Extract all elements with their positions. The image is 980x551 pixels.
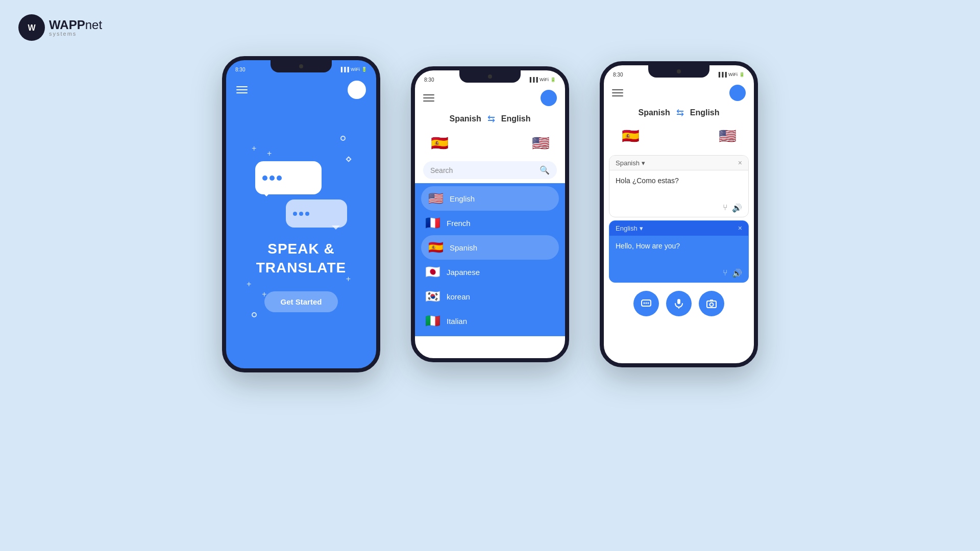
svg-point-5	[648, 303, 649, 304]
lang-item-spanish[interactable]: 🇪🇸 Spanish	[421, 235, 559, 260]
swap-arrows-icon-3[interactable]: ⇆	[676, 107, 684, 118]
phone-2: 8:30 ▐▐▐ WiFi 🔋 Spanish ⇆ English 🇪🇸 🇺🇸	[411, 66, 569, 362]
time-3: 8:30	[613, 72, 623, 78]
wifi-icon: WiFi	[351, 67, 360, 72]
phone1-content: + + + + + SPEAK	[226, 103, 376, 370]
lang-label-korean: korean	[447, 292, 470, 301]
deco-plus-3: +	[262, 290, 266, 299]
search-icon-2: 🔍	[540, 165, 550, 175]
camera-button[interactable]	[699, 291, 724, 316]
flag-french: 🇫🇷	[425, 216, 440, 230]
status-icons-2: ▐▐▐ WiFi 🔋	[528, 77, 556, 82]
menu-button-2[interactable]	[423, 94, 434, 102]
profile-button-1[interactable]	[348, 81, 366, 99]
translation-header-3: Spanish ⇆ English	[604, 104, 754, 121]
menu-button-1[interactable]	[236, 86, 248, 93]
speaker-icon-source[interactable]: 🔊	[732, 203, 742, 213]
app-title: SPEAK & TRANSLATE	[256, 240, 346, 277]
svg-rect-6	[677, 299, 680, 304]
lang-item-italian[interactable]: 🇮🇹 Italian	[415, 309, 565, 333]
deco-plus-5: +	[346, 274, 351, 284]
logo-sub: systems	[49, 31, 102, 37]
search-bar-2[interactable]: Search 🔍	[423, 161, 557, 179]
source-translation-box: Spanish ▾ × Hola ¿Como estas? ⑂ 🔊	[609, 155, 749, 217]
lang-item-english[interactable]: 🇺🇸 English	[421, 186, 559, 211]
notch-1	[271, 60, 332, 72]
signal-icon: ▐▐▐	[339, 67, 349, 72]
battery-icon: 🔋	[361, 67, 367, 72]
phone2-header	[415, 87, 565, 109]
menu-button-3[interactable]	[612, 89, 623, 96]
logo-brand1: WAPP	[49, 19, 85, 31]
lang-label-spanish: Spanish	[450, 243, 477, 252]
flag-korean: 🇰🇷	[425, 289, 440, 304]
flags-row-2: 🇪🇸 🇺🇸	[415, 129, 565, 161]
lang-label-italian: Italian	[447, 317, 467, 325]
notch-dot	[299, 64, 303, 68]
phone-1: 8:30 ▐▐▐ WiFi 🔋 + + + + +	[222, 56, 380, 372]
battery-icon-2: 🔋	[550, 77, 556, 82]
logo: W WAPP net systems	[18, 14, 102, 41]
source-lang-label: Spanish ▾	[616, 159, 645, 167]
target-dropdown-icon[interactable]: ▾	[640, 224, 643, 232]
deco-circle-2	[252, 310, 257, 319]
target-close-btn[interactable]: ×	[738, 224, 742, 232]
status-icons-3: ▐▐▐ WiFi 🔋	[717, 72, 745, 77]
language-list-2: 🇺🇸 English 🇫🇷 French 🇪🇸 Spanish 🇯🇵 Japan…	[415, 183, 565, 336]
flag-japanese: 🇯🇵	[425, 265, 440, 279]
search-placeholder-2: Search	[430, 166, 453, 174]
lang-to-3: English	[690, 108, 720, 117]
chat-bubble-1	[255, 161, 322, 194]
battery-icon-3: 🔋	[739, 72, 745, 77]
svg-text:W: W	[28, 23, 36, 32]
lang-label-english: English	[450, 194, 475, 203]
deco-circle-1	[340, 134, 346, 143]
source-actions: ⑂ 🔊	[609, 201, 748, 217]
lang-item-japanese[interactable]: 🇯🇵 Japanese	[415, 260, 565, 284]
target-translation-box: English ▾ × Hello, How are you? ⑂ 🔊	[609, 220, 749, 283]
phone3-header	[604, 82, 754, 104]
logo-brand2: net	[85, 19, 102, 31]
microphone-button[interactable]	[666, 291, 692, 316]
notch-dot-2	[488, 74, 492, 79]
flag-from-3: 🇪🇸	[618, 123, 643, 148]
fork-icon-target[interactable]: ⑂	[723, 268, 728, 278]
phone1-header	[226, 77, 376, 103]
language-selector-2: Spanish ⇆ English	[415, 109, 565, 129]
deco-diamond-1	[347, 154, 351, 163]
swap-arrows-icon-2[interactable]: ⇆	[487, 113, 495, 124]
phone-3: 8:30 ▐▐▐ WiFi 🔋 Spanish ⇆ English 🇪🇸 🇺🇸	[600, 61, 758, 367]
target-text: Hello, How are you?	[609, 236, 748, 266]
target-box-header: English ▾ ×	[609, 221, 748, 236]
speaker-icon-target[interactable]: 🔊	[732, 268, 742, 278]
lang-item-french[interactable]: 🇫🇷 French	[415, 211, 565, 235]
profile-button-3[interactable]	[729, 85, 746, 101]
profile-button-2[interactable]	[541, 90, 557, 106]
flags-row-3: 🇪🇸 🇺🇸	[604, 121, 754, 152]
deco-plus-4: +	[267, 149, 272, 158]
lang-label-japanese: Japanese	[447, 268, 480, 277]
fork-icon-source[interactable]: ⑂	[723, 203, 728, 213]
lang-to-2: English	[501, 114, 531, 123]
signal-icon-2: ▐▐▐	[528, 77, 538, 82]
phone3-footer	[604, 286, 754, 320]
notch-2	[459, 70, 521, 83]
flag-spanish: 🇪🇸	[428, 240, 444, 255]
chat-button[interactable]	[633, 291, 659, 316]
notch-3	[648, 65, 709, 78]
source-dropdown-icon[interactable]: ▾	[642, 159, 645, 167]
target-actions: ⑂ 🔊	[609, 266, 748, 282]
lang-item-korean[interactable]: 🇰🇷 korean	[415, 284, 565, 309]
svg-point-3	[644, 303, 645, 304]
svg-point-4	[646, 303, 647, 304]
flag-english: 🇺🇸	[428, 191, 444, 206]
get-started-button[interactable]: Get Started	[264, 291, 338, 312]
source-close-btn[interactable]: ×	[738, 159, 742, 167]
logo-icon: W	[18, 14, 45, 41]
svg-point-9	[710, 303, 714, 307]
wifi-icon-3: WiFi	[728, 72, 738, 77]
lang-from-2: Spanish	[449, 114, 481, 123]
flag-to-2: 🇺🇸	[528, 131, 553, 155]
lang-from-3: Spanish	[638, 108, 670, 117]
chat-bubble-2	[286, 199, 347, 228]
